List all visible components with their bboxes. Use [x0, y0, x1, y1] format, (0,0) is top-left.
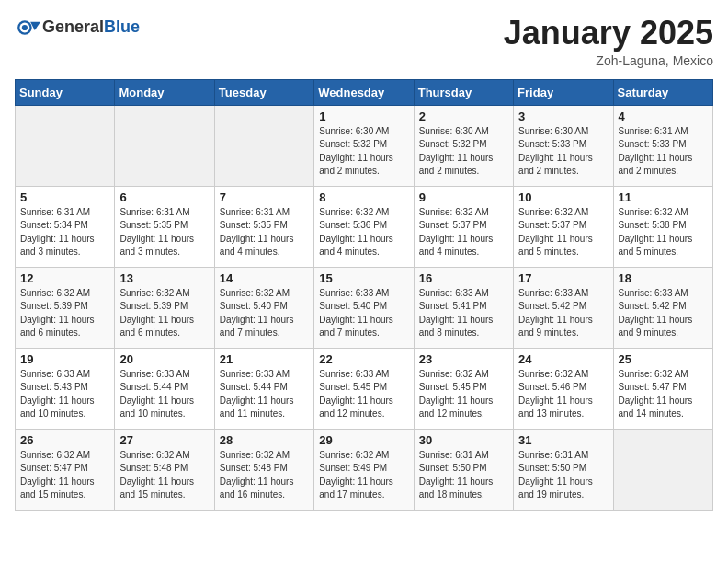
day-number-13: 13 [119, 271, 209, 285]
day-info-24: Sunrise: 6:32 AMSunset: 5:46 PMDaylight:… [518, 368, 608, 421]
day-number-30: 30 [419, 433, 508, 447]
calendar-week-4: 19Sunrise: 6:33 AMSunset: 5:43 PMDayligh… [16, 348, 713, 429]
col-thursday: Thursday [414, 79, 513, 105]
calendar-cell-w4-d5: 23Sunrise: 6:32 AMSunset: 5:45 PMDayligh… [414, 348, 513, 429]
day-number-4: 4 [619, 109, 708, 123]
day-info-25: Sunrise: 6:32 AMSunset: 5:47 PMDaylight:… [619, 368, 708, 421]
day-number-25: 25 [619, 352, 708, 366]
calendar-cell-w5-d3: 28Sunrise: 6:32 AMSunset: 5:48 PMDayligh… [214, 429, 313, 510]
day-info-29: Sunrise: 6:32 AMSunset: 5:49 PMDaylight:… [319, 449, 408, 502]
day-number-3: 3 [518, 109, 608, 123]
day-number-28: 28 [220, 433, 309, 447]
day-info-1: Sunrise: 6:30 AMSunset: 5:32 PMDaylight:… [319, 125, 408, 178]
day-number-22: 22 [319, 352, 408, 366]
day-info-13: Sunrise: 6:32 AMSunset: 5:39 PMDaylight:… [119, 287, 209, 340]
day-info-17: Sunrise: 6:33 AMSunset: 5:42 PMDaylight:… [518, 287, 608, 340]
day-number-24: 24 [518, 352, 608, 366]
calendar-cell-w2-d6: 10Sunrise: 6:32 AMSunset: 5:37 PMDayligh… [514, 186, 613, 267]
calendar-cell-w4-d2: 20Sunrise: 6:33 AMSunset: 5:44 PMDayligh… [115, 348, 214, 429]
day-number-15: 15 [319, 271, 408, 285]
day-number-20: 20 [119, 352, 209, 366]
day-number-9: 9 [419, 190, 508, 204]
calendar-cell-w1-d4: 1Sunrise: 6:30 AMSunset: 5:32 PMDaylight… [314, 105, 414, 186]
location-subtitle: Zoh-Laguna, Mexico [504, 53, 713, 68]
calendar-cell-w3-d6: 17Sunrise: 6:33 AMSunset: 5:42 PMDayligh… [514, 267, 613, 348]
day-info-4: Sunrise: 6:31 AMSunset: 5:33 PMDaylight:… [619, 125, 708, 178]
calendar-cell-w4-d7: 25Sunrise: 6:32 AMSunset: 5:47 PMDayligh… [613, 348, 712, 429]
day-number-26: 26 [20, 433, 109, 447]
calendar-cell-w3-d2: 13Sunrise: 6:32 AMSunset: 5:39 PMDayligh… [115, 267, 214, 348]
calendar-cell-w5-d4: 29Sunrise: 6:32 AMSunset: 5:49 PMDayligh… [314, 429, 414, 510]
day-info-11: Sunrise: 6:32 AMSunset: 5:38 PMDaylight:… [619, 206, 708, 259]
day-info-10: Sunrise: 6:32 AMSunset: 5:37 PMDaylight:… [518, 206, 608, 259]
calendar-cell-w5-d1: 26Sunrise: 6:32 AMSunset: 5:47 PMDayligh… [16, 429, 115, 510]
day-info-21: Sunrise: 6:33 AMSunset: 5:44 PMDaylight:… [220, 368, 309, 421]
day-info-19: Sunrise: 6:33 AMSunset: 5:43 PMDaylight:… [20, 368, 109, 421]
day-info-23: Sunrise: 6:32 AMSunset: 5:45 PMDaylight:… [419, 368, 508, 421]
day-number-14: 14 [220, 271, 309, 285]
day-number-1: 1 [319, 109, 408, 123]
calendar-cell-w2-d4: 8Sunrise: 6:32 AMSunset: 5:36 PMDaylight… [314, 186, 414, 267]
col-tuesday: Tuesday [214, 79, 313, 105]
logo-blue-text: Blue [104, 17, 140, 36]
day-number-12: 12 [20, 271, 109, 285]
calendar-cell-w1-d7: 4Sunrise: 6:31 AMSunset: 5:33 PMDaylight… [613, 105, 712, 186]
day-info-31: Sunrise: 6:31 AMSunset: 5:50 PMDaylight:… [518, 449, 608, 502]
calendar-cell-w5-d2: 27Sunrise: 6:32 AMSunset: 5:48 PMDayligh… [115, 429, 214, 510]
day-number-17: 17 [518, 271, 608, 285]
calendar-week-3: 12Sunrise: 6:32 AMSunset: 5:39 PMDayligh… [16, 267, 713, 348]
day-number-8: 8 [319, 190, 408, 204]
day-number-19: 19 [20, 352, 109, 366]
day-info-5: Sunrise: 6:31 AMSunset: 5:34 PMDaylight:… [20, 206, 109, 259]
svg-marker-3 [30, 22, 40, 30]
calendar-cell-w5-d7 [613, 429, 712, 510]
day-info-20: Sunrise: 6:33 AMSunset: 5:44 PMDaylight:… [119, 368, 209, 421]
day-info-28: Sunrise: 6:32 AMSunset: 5:48 PMDaylight:… [220, 449, 309, 502]
svg-point-2 [22, 25, 28, 30]
day-info-18: Sunrise: 6:33 AMSunset: 5:42 PMDaylight:… [619, 287, 708, 340]
day-info-6: Sunrise: 6:31 AMSunset: 5:35 PMDaylight:… [119, 206, 209, 259]
calendar-cell-w2-d5: 9Sunrise: 6:32 AMSunset: 5:37 PMDaylight… [414, 186, 513, 267]
calendar-cell-w3-d7: 18Sunrise: 6:33 AMSunset: 5:42 PMDayligh… [613, 267, 712, 348]
month-year-title: January 2025 [504, 15, 713, 52]
calendar-cell-w3-d5: 16Sunrise: 6:33 AMSunset: 5:41 PMDayligh… [414, 267, 513, 348]
calendar-cell-w1-d2 [115, 105, 214, 186]
day-info-15: Sunrise: 6:33 AMSunset: 5:40 PMDaylight:… [319, 287, 408, 340]
day-number-2: 2 [419, 109, 508, 123]
calendar-cell-w4-d3: 21Sunrise: 6:33 AMSunset: 5:44 PMDayligh… [214, 348, 313, 429]
calendar-cell-w5-d5: 30Sunrise: 6:31 AMSunset: 5:50 PMDayligh… [414, 429, 513, 510]
day-info-16: Sunrise: 6:33 AMSunset: 5:41 PMDaylight:… [419, 287, 508, 340]
day-info-27: Sunrise: 6:32 AMSunset: 5:48 PMDaylight:… [119, 449, 209, 502]
col-friday: Friday [514, 79, 613, 105]
calendar-cell-w5-d6: 31Sunrise: 6:31 AMSunset: 5:50 PMDayligh… [514, 429, 613, 510]
calendar-cell-w1-d1 [16, 105, 115, 186]
col-wednesday: Wednesday [314, 79, 414, 105]
day-number-21: 21 [220, 352, 309, 366]
title-block: January 2025 Zoh-Laguna, Mexico [504, 15, 713, 68]
day-info-3: Sunrise: 6:30 AMSunset: 5:33 PMDaylight:… [518, 125, 608, 178]
calendar-header-row: Sunday Monday Tuesday Wednesday Thursday… [16, 79, 713, 105]
day-number-31: 31 [518, 433, 608, 447]
calendar-week-5: 26Sunrise: 6:32 AMSunset: 5:47 PMDayligh… [16, 429, 713, 510]
calendar-cell-w3-d4: 15Sunrise: 6:33 AMSunset: 5:40 PMDayligh… [314, 267, 414, 348]
day-info-14: Sunrise: 6:32 AMSunset: 5:40 PMDaylight:… [220, 287, 309, 340]
day-number-11: 11 [619, 190, 708, 204]
calendar-cell-w4-d1: 19Sunrise: 6:33 AMSunset: 5:43 PMDayligh… [16, 348, 115, 429]
day-number-23: 23 [419, 352, 508, 366]
day-number-16: 16 [419, 271, 508, 285]
calendar-cell-w1-d5: 2Sunrise: 6:30 AMSunset: 5:32 PMDaylight… [414, 105, 513, 186]
day-info-30: Sunrise: 6:31 AMSunset: 5:50 PMDaylight:… [419, 449, 508, 502]
col-saturday: Saturday [613, 79, 712, 105]
day-number-18: 18 [619, 271, 708, 285]
day-info-7: Sunrise: 6:31 AMSunset: 5:35 PMDaylight:… [220, 206, 309, 259]
day-number-10: 10 [518, 190, 608, 204]
day-info-12: Sunrise: 6:32 AMSunset: 5:39 PMDaylight:… [20, 287, 109, 340]
day-info-2: Sunrise: 6:30 AMSunset: 5:32 PMDaylight:… [419, 125, 508, 178]
calendar-week-1: 1Sunrise: 6:30 AMSunset: 5:32 PMDaylight… [16, 105, 713, 186]
day-number-7: 7 [220, 190, 309, 204]
day-info-8: Sunrise: 6:32 AMSunset: 5:36 PMDaylight:… [319, 206, 408, 259]
calendar-week-2: 5Sunrise: 6:31 AMSunset: 5:34 PMDaylight… [16, 186, 713, 267]
calendar-table: Sunday Monday Tuesday Wednesday Thursday… [15, 79, 713, 511]
calendar-cell-w2-d1: 5Sunrise: 6:31 AMSunset: 5:34 PMDaylight… [16, 186, 115, 267]
calendar-cell-w4-d4: 22Sunrise: 6:33 AMSunset: 5:45 PMDayligh… [314, 348, 414, 429]
